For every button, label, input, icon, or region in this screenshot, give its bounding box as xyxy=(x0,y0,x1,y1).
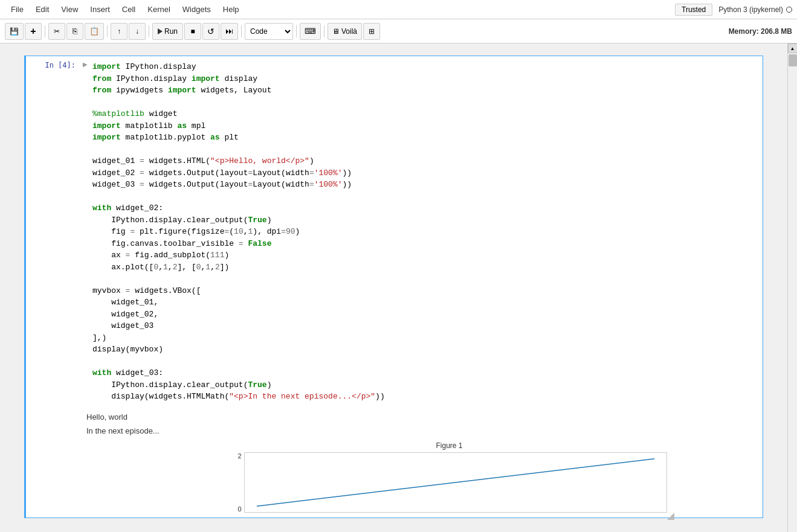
add-icon: + xyxy=(30,26,36,37)
cell-toggle-icon[interactable]: ▶ xyxy=(80,56,90,72)
scroll-thumb[interactable] xyxy=(789,54,797,66)
cell-type-select[interactable]: Code xyxy=(245,23,293,40)
chart-svg xyxy=(245,453,666,512)
cell-output: Hello, world In the next episode... Figu… xyxy=(26,408,763,518)
figure-title: Figure 1 xyxy=(141,441,758,450)
cell-label: In [4]: xyxy=(26,56,80,69)
y-label-max: 2 xyxy=(238,452,242,460)
toolbar-separator-5 xyxy=(296,25,297,37)
stop-button[interactable]: ■ xyxy=(184,23,201,40)
scrollbar: ▲ xyxy=(787,43,797,532)
memory-info: Memory: 206.8 MB xyxy=(729,27,792,36)
content-area: In [4]: ▶ import IPython.display from IP… xyxy=(0,43,797,532)
cell-input: In [4]: ▶ import IPython.display from IP… xyxy=(26,56,763,408)
y-label-min: 0 xyxy=(238,505,242,513)
menu-cell[interactable]: Cell xyxy=(116,2,141,16)
copy-icon: ⎘ xyxy=(73,27,77,36)
stop-icon: ■ xyxy=(190,27,195,36)
trusted-button[interactable]: Trusted xyxy=(675,4,712,16)
restart-button[interactable]: ↺ xyxy=(202,23,219,40)
save-icon: 💾 xyxy=(10,27,19,36)
notebook: In [4]: ▶ import IPython.display from IP… xyxy=(0,43,787,532)
scroll-up-button[interactable]: ▲ xyxy=(788,43,798,53)
move-down-button[interactable]: ↓ xyxy=(129,23,146,40)
restart-icon: ↺ xyxy=(207,27,215,36)
paste-icon: 📋 xyxy=(89,27,99,36)
menu-kernel[interactable]: Kernel xyxy=(141,2,176,16)
menu-view[interactable]: View xyxy=(55,2,84,16)
code-cell: In [4]: ▶ import IPython.display from IP… xyxy=(24,56,763,518)
toolbar-separator-1 xyxy=(45,25,45,37)
kernel-status-icon xyxy=(786,7,792,13)
move-up-button[interactable]: ↑ xyxy=(111,23,127,40)
resize-triangle-icon xyxy=(667,513,674,520)
figure-container: Figure 1 2 0 xyxy=(141,441,758,513)
fast-forward-button[interactable]: ⏭ xyxy=(221,23,238,40)
code-editor[interactable]: import IPython.display from IPython.disp… xyxy=(90,56,763,408)
keyboard-icon: ⌨ xyxy=(305,27,316,36)
menu-widgets[interactable]: Widgets xyxy=(176,2,217,16)
cut-button[interactable]: ✂ xyxy=(48,23,65,40)
toolbar-separator-6 xyxy=(324,25,324,37)
cut-icon: ✂ xyxy=(54,27,60,36)
kernel-info: Python 3 (ipykernel) xyxy=(718,5,792,14)
menu-help[interactable]: Help xyxy=(217,2,245,16)
fast-forward-icon: ⏭ xyxy=(225,27,233,36)
menubar: File Edit View Insert Cell Kernel Widget… xyxy=(0,0,797,19)
voila-label: Voilà xyxy=(341,27,357,36)
down-arrow-icon: ↓ xyxy=(135,27,139,36)
resize-handle[interactable] xyxy=(667,513,674,520)
grid-button[interactable]: ⊞ xyxy=(363,23,380,40)
grid-icon: ⊞ xyxy=(369,27,375,36)
toolbar: 💾 + ✂ ⎘ 📋 ↑ ↓ Run ■ ↺ ⏭ Code ⌨ 🖥 Voilà xyxy=(0,19,797,43)
chart-area xyxy=(244,452,667,513)
menu-file[interactable]: File xyxy=(5,2,30,16)
run-triangle-icon xyxy=(158,28,163,34)
next-episode-output: In the next episode... xyxy=(86,426,758,435)
svg-line-0 xyxy=(257,458,654,505)
save-button[interactable]: 💾 xyxy=(5,23,24,40)
add-cell-button[interactable]: + xyxy=(25,23,42,40)
paste-button[interactable]: 📋 xyxy=(85,23,104,40)
up-arrow-icon: ↑ xyxy=(117,27,121,36)
keyboard-shortcuts-button[interactable]: ⌨ xyxy=(300,23,321,40)
toolbar-separator-3 xyxy=(149,25,149,37)
menu-edit[interactable]: Edit xyxy=(30,2,55,16)
run-button[interactable]: Run xyxy=(152,23,183,40)
toolbar-separator-2 xyxy=(107,25,108,37)
screen-icon: 🖥 xyxy=(332,27,340,36)
menu-insert[interactable]: Insert xyxy=(84,2,116,16)
toolbar-separator-4 xyxy=(241,25,242,37)
run-label: Run xyxy=(164,27,178,36)
copy-button[interactable]: ⎘ xyxy=(66,23,83,40)
hello-world-output: Hello, world xyxy=(86,412,758,421)
chart-wrapper: 2 0 xyxy=(238,452,661,513)
voila-button[interactable]: 🖥 Voilà xyxy=(328,23,362,40)
kernel-label: Python 3 (ipykernel) xyxy=(718,5,783,14)
